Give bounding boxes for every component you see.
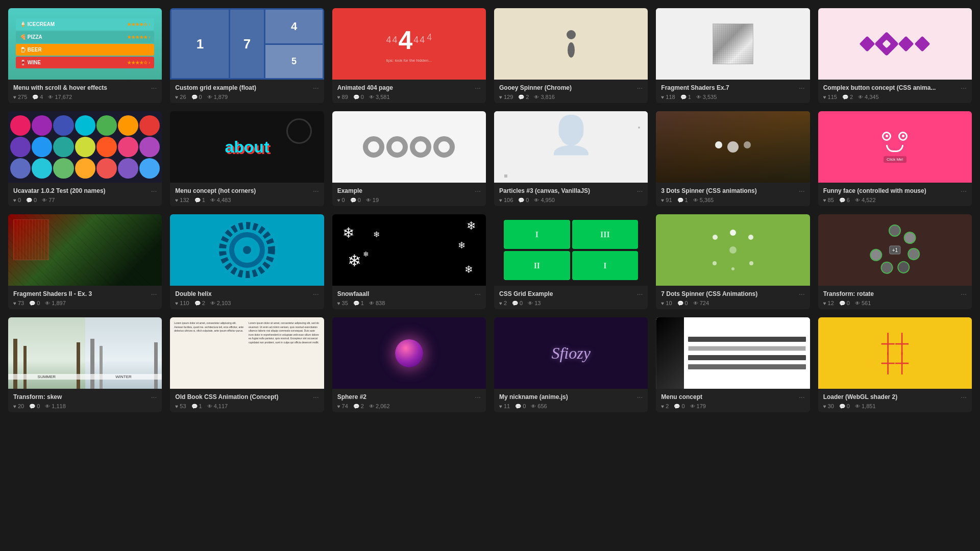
card-title-18: Transform: rotate <box>823 290 959 297</box>
card-info-17: 7 Dots Spinner (CSS Animations) ··· ♥10 … <box>656 286 810 309</box>
card-8[interactable]: about Menu concept (hot corners) ··· ♥13… <box>170 111 324 206</box>
card-14[interactable]: Double helix ··· ♥110 💬2 👁2,103 <box>170 214 324 309</box>
card-menu-12[interactable]: ··· <box>961 187 967 195</box>
card-menu-13[interactable]: ··· <box>151 290 157 298</box>
card-info-2: Custom grid example (float) ··· ♥26 💬0 👁… <box>170 80 324 103</box>
card-19[interactable]: SUMMER WINTER Transform: skew ··· ♥20 💬0… <box>8 317 162 412</box>
card-menu-11[interactable]: ··· <box>799 187 805 195</box>
card-9[interactable]: Example ··· ♥0 💬0 👁19 <box>332 111 486 206</box>
card-info-6: Complex button concept (CSS anima... ···… <box>818 80 972 103</box>
card-13[interactable]: Fragment Shaders II - Ex. 3 ··· ♥73 💬0 👁… <box>8 214 162 309</box>
card-title-24: Loader (WebGL shader 2) <box>823 393 959 400</box>
card-info-7: Ucavatar 1.0.2 Test (200 names) ··· ♥0 💬… <box>8 183 162 206</box>
card-thumb-22: Sfiozy <box>494 317 648 389</box>
card-thumb-18: +1 <box>818 214 972 286</box>
card-menu-15[interactable]: ··· <box>475 290 481 298</box>
card-4[interactable]: Gooey Spinner (Chrome) ··· ♥129 💬2 👁3,81… <box>494 8 648 103</box>
card-menu-17[interactable]: ··· <box>799 290 805 298</box>
card-info-9: Example ··· ♥0 💬0 👁19 <box>332 183 486 206</box>
card-stats-16: ♥2 💬0 👁13 <box>499 300 643 306</box>
card-title-17: 7 Dots Spinner (CSS Animations) <box>661 290 797 297</box>
card-stats-22: ♥11 💬0 👁656 <box>499 403 643 409</box>
card-thumb-20: Lorem ipsum dolor sit amet, consectetur … <box>170 317 324 389</box>
card-info-23: Menu concept ··· ♥2 💬0 👁179 <box>656 389 810 412</box>
card-thumb-17 <box>656 214 810 286</box>
card-info-20: Old Book CSS Animation (Concept) ··· ♥53… <box>170 389 324 412</box>
card-thumb-14 <box>170 214 324 286</box>
card-15[interactable]: ❄ ❄ ❄ ❄ ❄ ❄ ❄ Snowfaaall ··· ♥35 💬1 👁838 <box>332 214 486 309</box>
card-thumb-9 <box>332 111 486 183</box>
card-menu-22[interactable]: ··· <box>637 393 643 401</box>
card-info-18: Transform: rotate ··· ♥12 💬0 👁561 <box>818 286 972 309</box>
card-stats-1: ♥275 💬4 👁17,672 <box>13 94 157 100</box>
card-title-1: Menu with scroll & hover effects <box>13 84 149 91</box>
card-menu-10[interactable]: ··· <box>637 187 643 195</box>
card-title-13: Fragment Shaders II - Ex. 3 <box>13 290 149 297</box>
card-menu-6[interactable]: ··· <box>961 84 967 92</box>
card-stats-12: ♥85 💬6 👁4,522 <box>823 197 967 203</box>
card-thumb-5 <box>656 8 810 80</box>
card-24[interactable]: ┼ ┼ ┼ ┼ Loader (WebGL shader 2) ··· ♥30 … <box>818 317 972 412</box>
card-18[interactable]: +1 Transform: rotate ··· ♥12 💬0 👁561 <box>818 214 972 309</box>
card-thumb-11 <box>656 111 810 183</box>
card-stats-3: ♥89 💬0 👁3,581 <box>337 94 481 100</box>
card-stats-17: ♥10 💬0 👁724 <box>661 300 804 306</box>
card-menu-19[interactable]: ··· <box>151 393 157 401</box>
card-menu-3[interactable]: ··· <box>475 84 481 92</box>
card-menu-18[interactable]: ··· <box>961 290 967 298</box>
card-stats-14: ♥110 💬2 👁2,103 <box>175 300 318 306</box>
card-3[interactable]: 4 4 4 4 4 4 tips: look for the hidden...… <box>332 8 486 103</box>
card-16[interactable]: I III II I CSS Grid Example ··· ♥2 💬0 👁1… <box>494 214 648 309</box>
card-info-13: Fragment Shaders II - Ex. 3 ··· ♥73 💬0 👁… <box>8 286 162 309</box>
card-menu-23[interactable]: ··· <box>799 393 805 401</box>
card-title-5: Fragment Shaders Ex.7 <box>661 84 797 91</box>
card-thumb-24: ┼ ┼ ┼ ┼ <box>818 317 972 389</box>
card-stats-5: ♥118 💬1 👁3,535 <box>661 94 804 100</box>
card-info-4: Gooey Spinner (Chrome) ··· ♥129 💬2 👁3,81… <box>494 80 648 103</box>
card-menu-20[interactable]: ··· <box>313 393 319 401</box>
card-stats-11: ♥91 💬1 👁5,365 <box>661 197 804 203</box>
menu-bars-preview: 🍦 ICECREAM★★★★☆ › 🍕 PIZZA★★★★★ › 🍺 BEER★… <box>16 18 154 69</box>
card-menu-24[interactable]: ··· <box>961 393 967 401</box>
card-stats-13: ♥73 💬0 👁1,897 <box>13 300 157 306</box>
card-stats-10: ♥106 💬0 👁4,950 <box>499 197 643 203</box>
card-thumb-8: about <box>170 111 324 183</box>
card-title-20: Old Book CSS Animation (Concept) <box>175 393 311 400</box>
card-2[interactable]: 1 4 7 5 Custom grid example (float) ··· … <box>170 8 324 103</box>
card-23[interactable]: Menu concept ··· ♥2 💬0 👁179 <box>656 317 810 412</box>
card-stats-4: ♥129 💬2 👁3,816 <box>499 94 643 100</box>
card-11[interactable]: 3 Dots Spinner (CSS animations) ··· ♥91 … <box>656 111 810 206</box>
card-stats-7: ♥0 💬0 👁77 <box>13 197 157 203</box>
card-info-12: Funny face (controlled with mouse) ··· ♥… <box>818 183 972 206</box>
card-menu-9[interactable]: ··· <box>475 187 481 195</box>
card-menu-4[interactable]: ··· <box>637 84 643 92</box>
card-menu-2[interactable]: ··· <box>313 84 319 92</box>
card-title-4: Gooey Spinner (Chrome) <box>499 84 635 91</box>
card-stats-15: ♥35 💬1 👁838 <box>337 300 481 306</box>
card-title-21: Sphere #2 <box>337 393 473 400</box>
card-thumb-3: 4 4 4 4 4 4 tips: look for the hidden... <box>332 8 486 80</box>
card-info-10: Particles #3 (canvas, VanillaJS) ··· ♥10… <box>494 183 648 206</box>
card-menu-1[interactable]: ··· <box>151 84 157 92</box>
card-7[interactable]: Ucavatar 1.0.2 Test (200 names) ··· ♥0 💬… <box>8 111 162 206</box>
card-menu-5[interactable]: ··· <box>799 84 805 92</box>
card-menu-8[interactable]: ··· <box>313 187 319 195</box>
card-menu-21[interactable]: ··· <box>475 393 481 401</box>
card-1[interactable]: 🍦 ICECREAM★★★★☆ › 🍕 PIZZA★★★★★ › 🍺 BEER★… <box>8 8 162 103</box>
card-17[interactable]: 7 Dots Spinner (CSS Animations) ··· ♥10 … <box>656 214 810 309</box>
card-thumb-6 <box>818 8 972 80</box>
card-thumb-23 <box>656 317 810 389</box>
card-12[interactable]: Click Me! Funny face (controlled with mo… <box>818 111 972 206</box>
card-title-9: Example <box>337 187 473 194</box>
card-6[interactable]: Complex button concept (CSS anima... ···… <box>818 8 972 103</box>
card-menu-14[interactable]: ··· <box>313 290 319 298</box>
card-menu-16[interactable]: ··· <box>637 290 643 298</box>
card-20[interactable]: Lorem ipsum dolor sit amet, consectetur … <box>170 317 324 412</box>
card-menu-7[interactable]: ··· <box>151 187 157 195</box>
card-5[interactable]: Fragment Shaders Ex.7 ··· ♥118 💬1 👁3,535 <box>656 8 810 103</box>
card-22[interactable]: Sfiozy My nickname (anime.js) ··· ♥11 💬0… <box>494 317 648 412</box>
card-grid: 🍦 ICECREAM★★★★☆ › 🍕 PIZZA★★★★★ › 🍺 BEER★… <box>8 8 972 412</box>
card-10[interactable]: 👤 Particles #3 (canvas, VanillaJS) ··· ♥… <box>494 111 648 206</box>
card-stats-21: ♥74 💬2 👁2,062 <box>337 403 481 409</box>
card-21[interactable]: Sphere #2 ··· ♥74 💬2 👁2,062 <box>332 317 486 412</box>
